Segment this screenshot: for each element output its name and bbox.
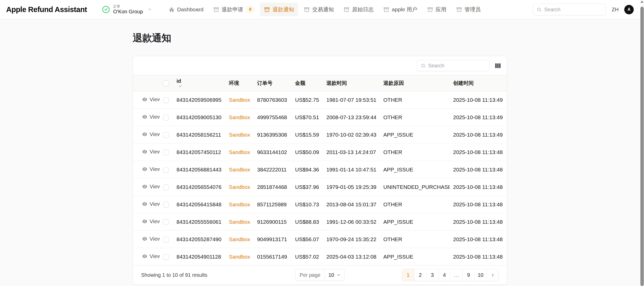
global-search-input[interactable] bbox=[544, 7, 602, 13]
view-button[interactable]: View bbox=[142, 218, 160, 224]
cell-order-number: 4999755468 bbox=[253, 109, 291, 126]
table-row: View 843142056881443 Sandbox 3842222011 … bbox=[133, 161, 507, 178]
nav-item-refund-notifications[interactable]: 退款通知 bbox=[260, 3, 298, 16]
next-page-button[interactable] bbox=[486, 269, 499, 281]
view-button[interactable]: View bbox=[142, 166, 160, 172]
view-button[interactable]: View bbox=[142, 183, 160, 190]
row-checkbox[interactable] bbox=[163, 150, 169, 155]
search-icon bbox=[421, 63, 426, 68]
nav-item-apps[interactable]: 应用 bbox=[423, 3, 451, 16]
row-checkbox[interactable] bbox=[163, 115, 169, 120]
table-search[interactable] bbox=[417, 60, 490, 71]
header-env: 环境 bbox=[225, 75, 253, 91]
cell-order-number: 9049913171 bbox=[253, 231, 291, 248]
pagination-page-button[interactable]: 4 bbox=[438, 269, 450, 281]
view-button[interactable]: View bbox=[142, 114, 160, 120]
view-button[interactable]: View bbox=[142, 253, 160, 259]
tenant-switcher[interactable]: 正常 O'Kon Group bbox=[102, 4, 152, 15]
cell-order-number: 9633144102 bbox=[253, 144, 291, 161]
records-table: id 环境 订单号 金额 退款时间 退款原因 创建时间 bbox=[133, 75, 507, 265]
table-row: View 843142056554076 Sandbox 2851874468 … bbox=[133, 178, 507, 196]
column-toggle-button[interactable] bbox=[493, 60, 503, 71]
language-switcher[interactable]: ZH bbox=[612, 7, 619, 13]
nav-item-transaction-notifications[interactable]: 交易通知 bbox=[300, 3, 338, 16]
eye-icon bbox=[142, 254, 147, 259]
view-label: View bbox=[150, 149, 160, 155]
scrollbar[interactable] bbox=[640, 0, 644, 286]
nav-item-dashboard[interactable]: Dashboard bbox=[164, 3, 208, 16]
cell-id: 843142059005130 bbox=[173, 109, 225, 126]
table-search-input[interactable] bbox=[428, 63, 486, 69]
row-checkbox[interactable] bbox=[163, 254, 169, 260]
page-title: 退款通知 bbox=[133, 32, 507, 45]
cell-created-time: 2025-10-08 11:13:48 bbox=[450, 248, 507, 265]
archive-box-icon bbox=[383, 7, 389, 13]
row-checkbox[interactable] bbox=[163, 219, 169, 225]
cell-order-number: 8571125989 bbox=[253, 196, 291, 213]
tenant-name: O'Kon Group bbox=[113, 8, 143, 15]
header-id[interactable]: id bbox=[173, 75, 225, 91]
view-button[interactable]: View bbox=[142, 131, 160, 137]
eye-icon bbox=[142, 97, 147, 102]
cell-amount: US$56.07 bbox=[291, 231, 323, 248]
archive-box-icon bbox=[304, 7, 310, 13]
pagination-page-button[interactable]: 3 bbox=[426, 269, 438, 281]
nav-item-refund-requests[interactable]: 退款申请 0 bbox=[209, 3, 258, 16]
table-footer: Showing 1 to 10 of 91 results Per page 1… bbox=[133, 265, 507, 284]
nav-item-apple-users[interactable]: apple 用户 bbox=[379, 3, 421, 16]
view-button[interactable]: View bbox=[142, 201, 160, 207]
view-label: View bbox=[150, 236, 160, 242]
screen: Apple Refund Assistant 正常 O'Kon Group Da… bbox=[0, 0, 644, 286]
scrollbar-thumb[interactable] bbox=[640, 7, 644, 286]
view-label: View bbox=[150, 218, 160, 224]
pagination-page-button[interactable]: 1 bbox=[402, 269, 414, 281]
cell-created-time: 2025-10-08 11:13:49 bbox=[450, 91, 507, 109]
cell-refund-reason: OTHER bbox=[380, 196, 450, 213]
cell-order-number: 9126900115 bbox=[253, 213, 291, 231]
table-card: id 环境 订单号 金额 退款时间 退款原因 创建时间 bbox=[133, 56, 507, 285]
pagination-page-button[interactable]: 9 bbox=[462, 269, 474, 281]
view-label: View bbox=[150, 114, 160, 120]
cell-amount: US$10.73 bbox=[291, 196, 323, 213]
row-checkbox[interactable] bbox=[163, 167, 169, 173]
nav-item-label: 原始日志 bbox=[352, 6, 374, 13]
cell-environment: Sandbox bbox=[229, 114, 250, 120]
per-page-select[interactable]: Per page 10 bbox=[295, 269, 345, 281]
cell-created-time: 2025-10-08 11:13:48 bbox=[450, 231, 507, 248]
tenant-status: 正常 bbox=[113, 4, 143, 9]
row-checkbox[interactable] bbox=[163, 132, 169, 138]
row-checkbox[interactable] bbox=[163, 237, 169, 242]
nav-item-raw-logs[interactable]: 原始日志 bbox=[339, 3, 378, 16]
scroll-up-arrow[interactable] bbox=[640, 1, 643, 3]
view-button[interactable]: View bbox=[142, 96, 160, 103]
header-actions bbox=[133, 75, 160, 91]
nav-item-label: 应用 bbox=[436, 6, 446, 13]
cell-environment: Sandbox bbox=[229, 167, 250, 172]
cell-refund-reason: APP_ISSUE bbox=[380, 248, 450, 265]
view-button[interactable]: View bbox=[142, 236, 160, 242]
nav-item-label: apple 用户 bbox=[392, 6, 417, 13]
pagination-page-button[interactable]: 10 bbox=[474, 269, 486, 281]
global-search[interactable] bbox=[533, 4, 606, 15]
cell-created-time: 2025-10-08 11:13:48 bbox=[450, 213, 507, 231]
pagination-page-button[interactable]: 2 bbox=[414, 269, 426, 281]
cell-refund-time: 1981-07-07 19:53:51 bbox=[323, 91, 380, 109]
table-row: View 843142054901128 Sandbox 0155617149 … bbox=[133, 248, 507, 265]
eye-icon bbox=[142, 167, 147, 172]
cell-refund-time: 1991-12-06 00:33:52 bbox=[323, 213, 380, 231]
row-checkbox[interactable] bbox=[163, 185, 169, 190]
row-checkbox[interactable] bbox=[163, 202, 169, 208]
eye-icon bbox=[142, 132, 147, 137]
nav-item-admins[interactable]: 管理员 bbox=[452, 3, 485, 16]
select-all-checkbox[interactable] bbox=[163, 80, 169, 86]
table-row: View 843142056415848 Sandbox 8571125989 … bbox=[133, 196, 507, 213]
view-button[interactable]: View bbox=[142, 149, 160, 155]
cell-refund-reason: OTHER bbox=[380, 231, 450, 248]
cell-refund-time: 1979-01-05 19:25:39 bbox=[323, 178, 380, 196]
user-avatar[interactable]: A bbox=[624, 5, 634, 14]
eye-icon bbox=[142, 219, 147, 224]
row-checkbox[interactable] bbox=[163, 97, 169, 103]
cell-order-number: 0155617149 bbox=[253, 248, 291, 265]
cell-refund-time: 1970-10-02 02:39:43 bbox=[323, 126, 380, 144]
view-label: View bbox=[150, 201, 160, 207]
